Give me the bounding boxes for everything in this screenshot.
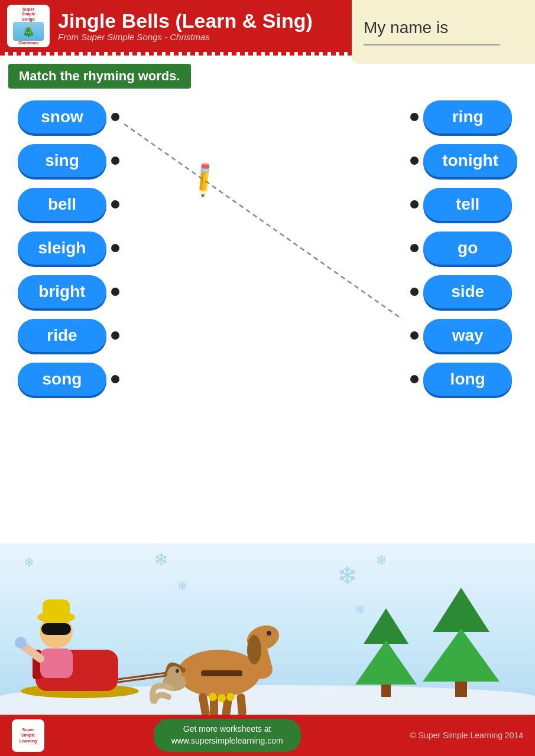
footer-get-more: Get more worksheets at www.supersimplele… [171,724,283,747]
dot-long [410,375,419,383]
footer: SuperSimpleLearning Get more worksheets … [0,715,535,756]
svg-rect-21 [201,670,242,676]
page-header: SuperSimpleSongs 🎄 Christmas Jingle Bell… [0,0,535,52]
svg-rect-5 [43,599,70,620]
word-long: long [423,363,512,396]
word-row-tell: tell [410,188,517,221]
word-row-sing: sing [18,144,119,177]
tree-2 [423,581,500,697]
tree-2-mid [423,628,500,682]
word-sleigh: sleigh [18,232,106,265]
dot-sing [111,157,119,165]
tree-1-top [364,608,408,644]
word-ring: ring [423,100,512,133]
word-side: side [423,275,512,308]
svg-rect-20 [236,693,247,715]
logo-top-text: SuperSimpleSongs [22,7,35,22]
snowflake-4: ❄ [337,561,358,590]
logo-bottom-text: Christmas [18,41,38,45]
word-go: go [423,232,512,265]
dot-ring [410,113,419,121]
word-row-way: way [410,319,517,352]
instruction-bar: Match the rhyming words. [8,64,191,89]
instruction-text: Match the rhyming words. [19,69,180,83]
dot-bright [111,288,119,296]
name-box: My name is [352,0,535,64]
dot-side [410,288,419,296]
dot-way [410,331,419,340]
tree-group [355,581,500,697]
word-way: way [423,319,512,352]
svg-point-23 [218,694,226,702]
word-row-tonight: tonight [410,144,517,177]
bottom-scene: ❄ ❄ ❄ ❄ ❄ ❄ [0,543,535,715]
dot-tell [410,200,419,208]
dot-tonight [410,157,419,165]
svg-point-15 [267,631,271,636]
svg-rect-6 [41,623,71,635]
svg-point-9 [15,637,27,649]
word-row-long: long [410,363,517,396]
tree-2-top [433,588,489,632]
svg-point-24 [226,693,235,701]
main-content: ✏️ snow sing bell sleigh [0,89,535,585]
word-row-song: song [18,363,119,396]
footer-logo-text: SuperSimpleLearning [20,727,37,743]
word-tell: tell [423,188,512,221]
svg-point-27 [176,669,179,673]
word-row-ring: ring [410,100,517,133]
word-row-ride: ride [18,319,119,352]
sleigh-svg [0,561,296,715]
svg-point-16 [247,635,261,664]
word-row-side: side [410,275,517,308]
svg-point-26 [167,666,181,680]
word-bright: bright [18,275,106,308]
word-ride: ride [18,319,106,352]
dot-snow [111,113,119,121]
word-row-sleigh: sleigh [18,232,119,265]
footer-logo: SuperSimpleLearning [12,719,44,752]
footer-center-box: Get more worksheets at www.supersimplele… [154,719,301,751]
footer-copyright: © Super Simple Learning 2014 [410,731,523,740]
dot-sleigh [111,244,119,252]
word-row-bell: bell [18,188,119,221]
left-column: snow sing bell sleigh bright ride [18,94,119,396]
word-columns: snow sing bell sleigh bright ride [0,94,535,396]
word-sing: sing [18,144,106,177]
dot-bell [111,200,119,208]
svg-rect-7 [40,649,73,678]
word-row-bright: bright [18,275,119,308]
tree-1 [355,602,417,697]
svg-point-22 [209,693,217,701]
logo: SuperSimpleSongs 🎄 Christmas [7,5,50,47]
dot-go [410,244,419,252]
word-snow: snow [18,100,106,133]
tree-1-mid [355,640,417,685]
right-column: ring tonight tell go side way [410,94,517,396]
name-underline [364,44,500,45]
name-label: My name is [364,18,523,37]
word-tonight: tonight [423,144,517,177]
word-song: song [18,363,106,396]
word-row-snow: snow [18,100,119,133]
logo-image: 🎄 [13,22,44,41]
snowflake-6: ❄ [375,552,387,569]
dot-song [111,375,119,383]
dot-ride [111,331,119,340]
word-row-go: go [410,232,517,265]
word-bell: bell [18,188,106,221]
